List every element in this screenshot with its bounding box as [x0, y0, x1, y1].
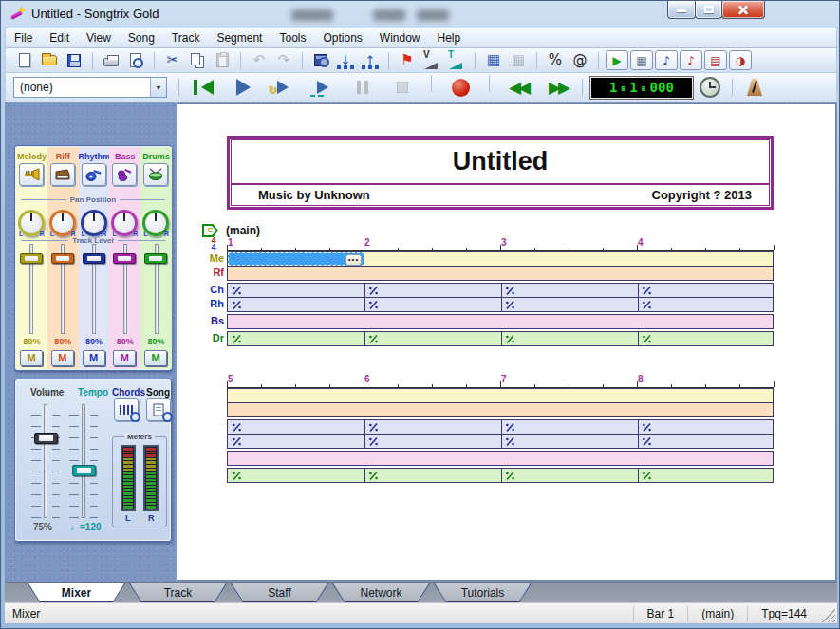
bar-ruler[interactable]: 1234 — [227, 240, 774, 251]
toolbar-separator — [154, 52, 155, 69]
tab-mixer[interactable]: Mixer — [28, 583, 125, 602]
list-mode-button[interactable]: ▤ — [704, 50, 727, 70]
mute-button-melody[interactable]: M — [20, 350, 43, 366]
notes-blue-mode-button[interactable]: ♪ — [655, 50, 678, 70]
menu-song[interactable]: Song — [120, 29, 163, 46]
tempo-slider[interactable] — [82, 404, 85, 518]
open-file-button[interactable] — [38, 50, 61, 71]
meter-right-label: R — [148, 513, 155, 523]
close-button[interactable] — [721, 1, 765, 19]
bar-number: 6 — [364, 374, 370, 384]
level-handle[interactable] — [144, 253, 167, 264]
play-from-mark-button[interactable] — [307, 75, 339, 100]
rewind-button[interactable]: ◀◀ — [502, 75, 534, 100]
menu-options[interactable]: Options — [314, 29, 370, 46]
grid-mode-button[interactable]: ▦ — [630, 50, 653, 70]
cut-button[interactable]: ✂ — [161, 50, 184, 71]
instrument-button-violin[interactable] — [112, 163, 137, 186]
track-row-me[interactable] — [227, 388, 774, 403]
mute-button-drums[interactable]: M — [144, 350, 167, 366]
menu-track[interactable]: Track — [163, 29, 209, 46]
instrument-button-piano[interactable] — [50, 163, 75, 186]
tab-staff[interactable]: Staff — [231, 583, 328, 602]
fast-forward-button[interactable]: ▶▶ — [542, 75, 574, 100]
mute-button-bass[interactable]: M — [113, 350, 136, 366]
track-row-rh[interactable]: Rh — [227, 297, 774, 312]
copy-button[interactable] — [186, 50, 209, 71]
notes-red-mode-button[interactable]: ♪ — [680, 50, 702, 70]
level-handle[interactable] — [113, 253, 136, 264]
track-row-bs[interactable]: Bs — [227, 314, 774, 329]
track-row-rf[interactable]: Rf — [227, 266, 774, 281]
level-handle[interactable] — [83, 253, 105, 264]
go-to-start-button[interactable] — [187, 75, 219, 100]
menu-tools[interactable]: Tools — [271, 29, 314, 46]
style-selector[interactable]: (none) ▼ — [13, 77, 167, 98]
minimize-button[interactable] — [667, 1, 696, 19]
bar-ruler[interactable]: 5678 — [227, 377, 774, 388]
track-row-me[interactable]: Me••• — [227, 251, 774, 267]
instrument-button-guitar[interactable] — [82, 163, 106, 186]
record-button[interactable] — [444, 75, 476, 100]
swing-percent-button[interactable]: % — [544, 50, 567, 71]
pie-mode-button[interactable]: ◑ — [729, 50, 752, 70]
mute-button-rhythm[interactable]: M — [83, 350, 105, 366]
level-handle[interactable] — [51, 253, 74, 264]
song-title-box[interactable]: Untitled Music by Unknown Copyright ? 20… — [227, 136, 774, 210]
song-credit[interactable]: Music by Unknown — [258, 188, 370, 202]
play-looped-button[interactable]: ↻ — [267, 75, 299, 100]
new-document-button[interactable] — [13, 50, 36, 71]
chevron-down-icon[interactable]: ▼ — [150, 78, 166, 97]
track-row-rf[interactable] — [227, 402, 774, 417]
maximize-button[interactable] — [695, 1, 722, 19]
menu-window[interactable]: Window — [371, 29, 429, 46]
menu-segment[interactable]: Segment — [208, 29, 271, 46]
print-button[interactable] — [100, 50, 122, 71]
metronome-button[interactable] — [740, 74, 769, 101]
mute-button-riff[interactable]: M — [51, 350, 74, 366]
tab-track[interactable]: Track — [129, 583, 227, 602]
menu-file[interactable]: File — [6, 29, 41, 46]
menu-edit[interactable]: Edit — [41, 29, 78, 46]
marker-flag-button[interactable]: ⚑ — [396, 50, 419, 71]
song-title[interactable]: Untitled — [232, 140, 769, 183]
title-bar[interactable]: ✦ Untitled - Songtrix Gold — [1, 1, 839, 28]
track-row-rh[interactable] — [227, 434, 774, 449]
print-preview-button[interactable] — [124, 50, 147, 71]
selected-bar[interactable]: ••• — [228, 252, 364, 266]
track-row-dr[interactable] — [227, 468, 774, 483]
instrument-button-drum[interactable] — [143, 163, 168, 186]
track-label-dr: Dr — [201, 332, 224, 343]
level-handle[interactable] — [20, 253, 43, 264]
bar-options-button[interactable]: ••• — [345, 254, 362, 266]
chords-button[interactable] — [114, 398, 139, 421]
play-button[interactable] — [227, 75, 259, 100]
song-button[interactable] — [146, 398, 171, 421]
save-file-button[interactable] — [63, 50, 85, 71]
volume-slider[interactable] — [44, 404, 47, 518]
song-window-button[interactable] — [309, 50, 332, 71]
event-grid-button[interactable]: ▦ — [482, 50, 505, 71]
move-track-up-button[interactable]: ↑ — [359, 50, 382, 71]
tempo-ramp-button[interactable]: T — [445, 50, 468, 71]
tempo-handle[interactable] — [72, 465, 96, 476]
velocity-ramp-button[interactable]: V — [420, 50, 443, 71]
tab-network[interactable]: Network — [332, 583, 430, 602]
track-row-ch[interactable]: Ch — [227, 283, 774, 298]
clock-button[interactable] — [696, 74, 724, 101]
tab-tutorials[interactable]: Tutorials — [434, 583, 532, 602]
track-row-dr[interactable]: Dr — [227, 331, 774, 346]
song-copyright[interactable]: Copyright ? 2013 — [652, 188, 752, 202]
play-icon — [236, 79, 251, 96]
move-track-down-button[interactable]: ↓ — [334, 50, 357, 71]
menu-help[interactable]: Help — [429, 29, 470, 46]
instrument-button-trumpet[interactable] — [19, 163, 44, 186]
mixer-column-melody: MelodyLR80%M — [16, 147, 47, 369]
menu-view[interactable]: View — [78, 29, 120, 46]
volume-handle[interactable] — [34, 433, 58, 444]
at-symbol-button[interactable]: @ — [569, 50, 591, 71]
track-row-bs[interactable] — [227, 451, 774, 466]
track-row-ch[interactable] — [227, 419, 774, 435]
insert-mode-button[interactable]: ▶ — [606, 50, 628, 70]
resize-grip[interactable] — [822, 609, 835, 622]
